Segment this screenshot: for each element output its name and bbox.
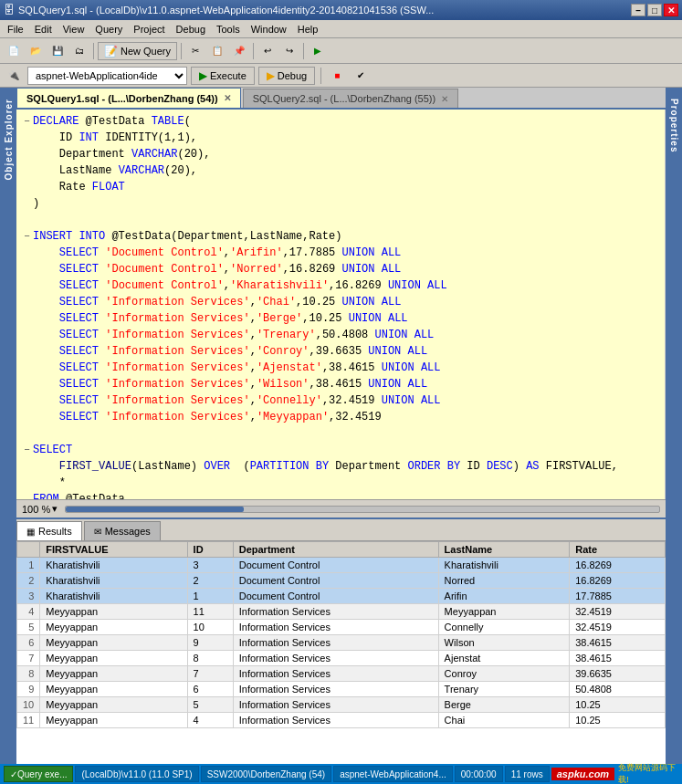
code-line bbox=[24, 425, 661, 442]
db-segment: aspnet-WebApplication4... bbox=[333, 766, 453, 782]
table-row[interactable]: 11 Meyyappan 4 Information Services Chai… bbox=[17, 713, 666, 728]
col-header-firstvalue: FIRSTVALUE bbox=[40, 542, 187, 558]
menu-tools[interactable]: Tools bbox=[211, 22, 246, 37]
new-file-button[interactable]: 📄 bbox=[4, 41, 24, 61]
menu-debug[interactable]: Debug bbox=[171, 22, 211, 37]
copy-button[interactable]: 📋 bbox=[207, 41, 227, 61]
zoom-control[interactable]: 100 % ▾ bbox=[22, 503, 58, 515]
run-button[interactable]: ▶ bbox=[308, 41, 328, 61]
paste-button[interactable]: 📌 bbox=[229, 41, 249, 61]
table-row[interactable]: 1 Kharatishvili 3 Document Control Khara… bbox=[17, 558, 666, 573]
tab2-label: SQLQuery2.sql - (L...\DorbenZhang (55)) bbox=[253, 93, 436, 104]
cell-id: 2 bbox=[187, 573, 233, 589]
menu-window[interactable]: Window bbox=[246, 22, 292, 37]
minimize-button[interactable]: – bbox=[631, 4, 645, 16]
cancel-query-button[interactable]: ■ bbox=[327, 66, 347, 86]
results-area: ▦ Results ✉ Messages FIRSTVALUE ID bbox=[16, 517, 666, 764]
code-line: – INSERT INTO @TestData(Department,LastN… bbox=[24, 228, 661, 245]
fold-1[interactable]: – bbox=[24, 113, 33, 130]
code-line: SELECT 'Document Control','Kharatishvili… bbox=[24, 277, 661, 294]
cell-rate: 50.4808 bbox=[570, 682, 666, 697]
cell-rate: 17.7885 bbox=[570, 589, 666, 604]
cell-lastname: Arifin bbox=[438, 589, 570, 604]
table-row[interactable]: 4 Meyyappan 11 Information Services Meyy… bbox=[17, 604, 666, 620]
debug-button[interactable]: ▶ Debug bbox=[258, 67, 315, 85]
menu-bar: File Edit View Query Project Debug Tools… bbox=[0, 20, 682, 38]
maximize-button[interactable]: □ bbox=[647, 4, 662, 16]
app-icon: 🗄 bbox=[4, 4, 15, 16]
undo-button[interactable]: ↩ bbox=[257, 41, 278, 61]
right-sidebar: Properties bbox=[666, 88, 682, 764]
table-header-row: FIRSTVALUE ID Department LastName Rate bbox=[17, 542, 666, 558]
menu-view[interactable]: View bbox=[58, 22, 90, 37]
open-button[interactable]: 📂 bbox=[26, 41, 46, 61]
cell-id: 5 bbox=[187, 697, 233, 713]
table-row[interactable]: 7 Meyyappan 8 Information Services Ajens… bbox=[17, 651, 666, 666]
cell-dept: Information Services bbox=[233, 635, 438, 651]
window-controls: – □ ✕ bbox=[631, 4, 678, 16]
cell-rate: 32.4519 bbox=[570, 604, 666, 620]
code-line: – DECLARE @TestData TABLE( bbox=[24, 113, 661, 130]
execute-icon: ▶ bbox=[199, 69, 207, 82]
menu-project[interactable]: Project bbox=[128, 22, 170, 37]
object-explorer-button[interactable]: 🔌 bbox=[4, 66, 24, 86]
menu-edit[interactable]: Edit bbox=[29, 22, 58, 37]
menu-help[interactable]: Help bbox=[292, 22, 324, 37]
tab-sqlquery1[interactable]: SQLQuery1.sql - (L...\DorbenZhang (54)) … bbox=[16, 88, 241, 108]
localdb-segment: (LocalDb)\v11.0 (11.0 SP1) bbox=[75, 766, 198, 782]
results-tab-results[interactable]: ▦ Results bbox=[16, 521, 82, 540]
save-button[interactable]: 💾 bbox=[47, 41, 68, 61]
table-row[interactable]: 6 Meyyappan 9 Information Services Wilso… bbox=[17, 635, 666, 651]
properties-label: Properties bbox=[669, 99, 679, 152]
row-num: 9 bbox=[17, 682, 40, 697]
rows-segment: 11 rows bbox=[505, 766, 550, 782]
execute-label: Execute bbox=[210, 70, 247, 81]
status-right: aspku.com 免费网站源码下载! bbox=[551, 762, 678, 784]
cell-dept: Information Services bbox=[233, 697, 438, 713]
code-editor[interactable]: – DECLARE @TestData TABLE( ID INT IDENTI… bbox=[16, 110, 666, 499]
table-row[interactable]: 5 Meyyappan 10 Information Services Conn… bbox=[17, 620, 666, 635]
cut-button[interactable]: ✂ bbox=[185, 41, 205, 61]
close-button[interactable]: ✕ bbox=[664, 4, 678, 16]
status-bar: ✓ Query exe... (LocalDb)\v11.0 (11.0 SP1… bbox=[0, 764, 682, 784]
table-row[interactable]: 3 Kharatishvili 1 Document Control Arifi… bbox=[17, 589, 666, 604]
tab-sqlquery2[interactable]: SQLQuery2.sql - (L...\DorbenZhang (55)) … bbox=[243, 89, 459, 108]
results-tab-messages[interactable]: ✉ Messages bbox=[84, 521, 161, 540]
cell-id: 9 bbox=[187, 635, 233, 651]
results-table-container[interactable]: FIRSTVALUE ID Department LastName Rate 1… bbox=[16, 541, 666, 764]
cell-lastname: Trenary bbox=[438, 682, 570, 697]
table-row[interactable]: 10 Meyyappan 5 Information Services Berg… bbox=[17, 697, 666, 713]
rows-text: 11 rows bbox=[511, 769, 543, 779]
database-selector[interactable]: aspnet-WebApplication4ide bbox=[27, 67, 187, 85]
tab2-close[interactable]: ✕ bbox=[441, 94, 448, 104]
table-row[interactable]: 9 Meyyappan 6 Information Services Trena… bbox=[17, 682, 666, 697]
left-sidebar: Object Explorer bbox=[0, 88, 16, 764]
new-query-button[interactable]: 📝 New Query bbox=[98, 42, 177, 60]
menu-file[interactable]: File bbox=[2, 22, 29, 37]
row-num: 2 bbox=[17, 573, 40, 589]
messages-tab-label: Messages bbox=[105, 526, 151, 537]
cell-rate: 16.8269 bbox=[570, 573, 666, 589]
col-header-dept: Department bbox=[233, 542, 438, 558]
execute-button[interactable]: ▶ Execute bbox=[191, 67, 255, 85]
cell-id: 10 bbox=[187, 620, 233, 635]
cell-rate: 10.25 bbox=[570, 697, 666, 713]
save-all-button[interactable]: 🗂 bbox=[69, 41, 89, 61]
row-num: 6 bbox=[17, 635, 40, 651]
parse-button[interactable]: ✔ bbox=[351, 66, 371, 86]
col-header-rownum bbox=[17, 542, 40, 558]
table-row[interactable]: 2 Kharatishvili 2 Document Control Norre… bbox=[17, 573, 666, 589]
table-row[interactable]: 8 Meyyappan 7 Information Services Conro… bbox=[17, 666, 666, 682]
menu-query[interactable]: Query bbox=[89, 22, 128, 37]
main-area: Object Explorer SQLQuery1.sql - (L...\Do… bbox=[0, 88, 682, 764]
code-line: SELECT 'Information Services','Connelly'… bbox=[24, 392, 661, 409]
zoom-dropdown-icon[interactable]: ▾ bbox=[52, 503, 58, 515]
redo-button[interactable]: ↪ bbox=[279, 41, 299, 61]
code-line: Department VARCHAR(20), bbox=[24, 146, 661, 162]
cell-dept: Document Control bbox=[233, 573, 438, 589]
server-segment: SSW2000\DorbenZhang (54) bbox=[201, 766, 332, 782]
cell-firstvalue: Kharatishvili bbox=[40, 589, 187, 604]
cell-firstvalue: Kharatishvili bbox=[40, 558, 187, 573]
tab1-close[interactable]: ✕ bbox=[224, 93, 231, 103]
title-text: SQLQuery1.sql - (LocalDb)\v11.0.aspnet-W… bbox=[15, 5, 631, 16]
